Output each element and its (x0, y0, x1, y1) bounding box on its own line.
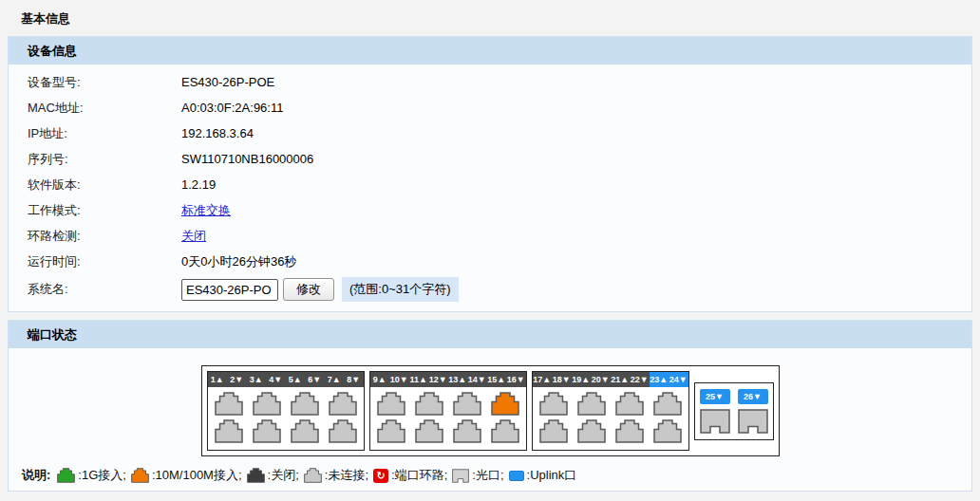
uplink-icon (509, 471, 524, 481)
info-label: MAC地址: (28, 100, 181, 117)
loop-icon: ↻ (373, 469, 388, 483)
port-label: 16▼ (506, 372, 526, 387)
rj45-orange-icon (131, 468, 149, 483)
info-label: 软件版本: (28, 176, 181, 194)
port-label: 17▲ (533, 372, 553, 387)
page-title: 基本信息 (0, 0, 980, 36)
device-info-header: 设备信息 (9, 37, 971, 65)
legend-label: :关闭; (268, 467, 299, 484)
port-grid (208, 387, 364, 450)
port-label: 2▼ (227, 372, 247, 387)
port-6-icon[interactable] (291, 419, 319, 443)
info-row: 运行时间:0天0小时26分钟36秒 (9, 249, 971, 274)
legend-label: :端口环路; (391, 467, 447, 484)
port-group-2: 9▲10▼11▲12▼13▲14▼15▲16▼ (369, 371, 527, 451)
info-value: A0:03:0F:2A:96:11 (181, 101, 283, 115)
port-label: 19▲ (572, 372, 592, 387)
port-18-icon[interactable] (539, 419, 568, 443)
info-value: ES430-26P-POE (181, 75, 274, 89)
port-7-icon[interactable] (329, 392, 357, 416)
info-label: 序列号: (28, 151, 181, 168)
port-diagram: 1▲2▼3▲4▼5▲6▼7▲8▼9▲10▼11▲12▼13▲14▼15▲16▼1… (201, 365, 780, 456)
port-group-header: 9▲10▼11▲12▼13▲14▼15▲16▼ (370, 372, 526, 387)
legend-item: :光口; (452, 467, 503, 484)
port-label: 24▼ (669, 372, 688, 387)
port-label: 13▲ (448, 372, 468, 387)
legend-item: ↻:端口环路; (373, 467, 447, 484)
port-grid (533, 387, 688, 450)
info-value-link[interactable]: 关闭 (181, 228, 206, 245)
port-5-icon[interactable] (291, 392, 319, 416)
info-row: 设备型号:ES430-26P-POE (9, 69, 971, 95)
port-label: 1▲ (208, 372, 228, 387)
port-23-icon[interactable] (653, 392, 682, 416)
port-label: 21▲ (611, 372, 631, 387)
legend-label: :光口; (472, 467, 503, 484)
port-9-icon[interactable] (377, 392, 405, 416)
port-12-icon[interactable] (415, 419, 443, 443)
rj45-black-icon (247, 468, 265, 483)
port-24-icon[interactable] (653, 419, 682, 443)
modify-button[interactable]: 修改 (283, 278, 334, 301)
info-value-link[interactable]: 标准交换 (181, 202, 231, 219)
port-1-icon[interactable] (215, 392, 243, 416)
info-row: 软件版本:1.2.19 (9, 172, 971, 197)
port-label: 10▼ (389, 372, 409, 387)
port-2-icon[interactable] (215, 419, 243, 443)
port-label: 8▼ (344, 372, 364, 387)
legend-item: :10M/100M接入; (131, 467, 242, 484)
port-8-icon[interactable] (329, 419, 357, 443)
legend-item: :1G接入; (57, 467, 126, 484)
fiber-port-group: 25▼26▼ (694, 382, 774, 440)
port-21-icon[interactable] (615, 392, 644, 416)
port-4-icon[interactable] (253, 419, 281, 443)
port-group-1: 1▲2▼3▲4▼5▲6▼7▲8▼ (207, 371, 365, 451)
legend: 说明::1G接入;:10M/100M接入;:关闭;:未连接;↻:端口环路;:光口… (22, 467, 971, 484)
legend-item: :关闭; (247, 467, 299, 484)
port-label: 5▲ (286, 372, 306, 387)
port-status-body: 1▲2▼3▲4▼5▲6▼7▲8▼9▲10▼11▲12▼13▲14▼15▲16▼1… (9, 348, 971, 491)
port-16-icon[interactable] (491, 419, 519, 443)
port-status-panel: 端口状态 1▲2▼3▲4▼5▲6▼7▲8▼9▲10▼11▲12▼13▲14▼15… (8, 320, 972, 492)
port-3-icon[interactable] (253, 392, 281, 416)
port-group-header: 1▲2▼3▲4▼5▲6▼7▲8▼ (208, 372, 364, 387)
info-row: 工作模式:标准交换 (9, 197, 971, 223)
info-value: 1.2.19 (181, 177, 216, 192)
port-13-icon[interactable] (453, 392, 481, 416)
port-26-icon[interactable] (738, 409, 768, 434)
port-label: 25▼ (700, 389, 730, 404)
port-group-header: 17▲18▼19▲20▼21▲22▼23▲24▼ (533, 372, 688, 387)
legend-item: :未连接; (304, 467, 368, 484)
port-20-icon[interactable] (577, 419, 606, 443)
legend-label: :1G接入; (78, 467, 126, 484)
info-row: 序列号:SW110710NB16000006 (9, 146, 971, 172)
port-label: 26▼ (738, 389, 768, 404)
port-10-icon[interactable] (377, 419, 405, 443)
page: 基本信息 设备信息 设备型号:ES430-26P-POEMAC地址:A0:03:… (0, 0, 980, 492)
system-name-row: 系统名:修改(范围:0~31个字符) (9, 274, 971, 305)
info-row: 环路检测:关闭 (9, 223, 971, 249)
port-17-icon[interactable] (539, 392, 568, 416)
port-15-icon[interactable] (491, 392, 519, 416)
info-row: MAC地址:A0:03:0F:2A:96:11 (9, 95, 971, 121)
port-14-icon[interactable] (453, 419, 481, 443)
info-label: 系统名: (28, 281, 181, 298)
info-value: SW110710NB16000006 (181, 152, 313, 166)
port-label: 9▲ (370, 372, 390, 387)
device-info-body: 设备型号:ES430-26P-POEMAC地址:A0:03:0F:2A:96:1… (9, 65, 971, 311)
port-25-icon[interactable] (700, 409, 730, 434)
info-row: IP地址:192.168.3.64 (9, 121, 971, 146)
port-19-icon[interactable] (577, 392, 606, 416)
fiber-port-icon (452, 469, 469, 483)
device-info-panel: 设备信息 设备型号:ES430-26P-POEMAC地址:A0:03:0F:2A… (8, 36, 972, 312)
system-name-input[interactable] (181, 279, 278, 301)
port-label: 12▼ (428, 372, 448, 387)
info-value: 192.168.3.64 (181, 126, 254, 140)
rj45-green-icon (57, 468, 75, 483)
info-label: IP地址: (28, 125, 181, 142)
legend-label: :未连接; (325, 467, 368, 484)
port-22-icon[interactable] (615, 419, 644, 443)
info-label: 运行时间: (28, 253, 181, 270)
port-11-icon[interactable] (415, 392, 443, 416)
port-label: 14▼ (467, 372, 487, 387)
